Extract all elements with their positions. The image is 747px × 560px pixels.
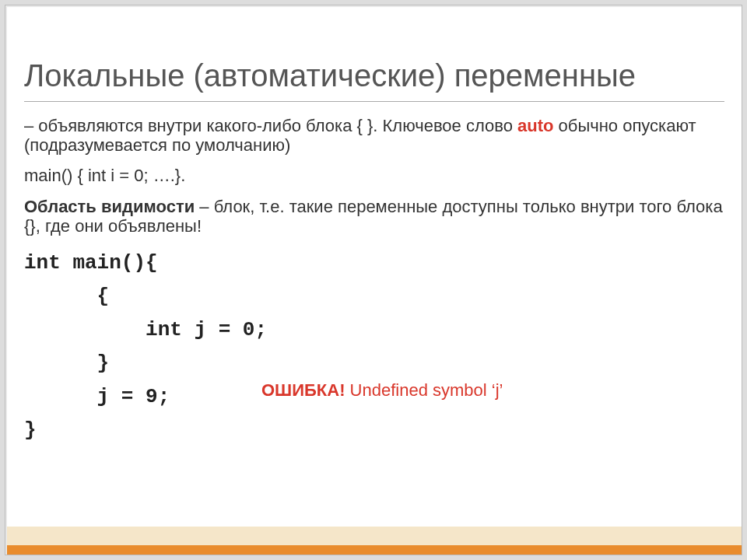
paragraph-example: main() { int i = 0; ….}. (24, 166, 724, 185)
paragraph-intro: – объявляются внутри какого-либо блока {… (24, 116, 724, 156)
code-line: int j = 0; (24, 313, 724, 347)
slide: Локальные (автоматические) переменные – … (7, 7, 742, 555)
error-prefix: ОШИБКА! (261, 380, 345, 400)
code-line: } (24, 347, 724, 380)
scope-label: Область видимости (24, 197, 195, 216)
keyword-auto: auto (517, 116, 553, 135)
paragraph-scope: Область видимости – блок, т.е. такие пер… (24, 197, 724, 236)
error-text: Undefined symbol ‘j’ (345, 380, 503, 400)
slide-frame: Локальные (автоматические) переменные – … (5, 5, 742, 555)
code-block: int main(){ { int j = 0; } j = 9; } ОШИБ… (24, 247, 724, 446)
code-line: int main(){ (24, 247, 724, 280)
slide-body: – объявляются внутри какого-либо блока {… (24, 116, 724, 447)
slide-title: Локальные (автоматические) переменные (24, 58, 724, 102)
footer-bar-orange (7, 545, 742, 555)
error-annotation: ОШИБКА! Undefined symbol ‘j’ (261, 380, 503, 400)
code-line: { (24, 280, 724, 313)
footer-decoration (7, 527, 742, 555)
text: – объявляются внутри какого-либо блока {… (24, 116, 517, 135)
footer-bar-beige (7, 527, 742, 545)
slide-content: Локальные (автоматические) переменные – … (24, 58, 724, 447)
code-line: } (24, 414, 724, 447)
